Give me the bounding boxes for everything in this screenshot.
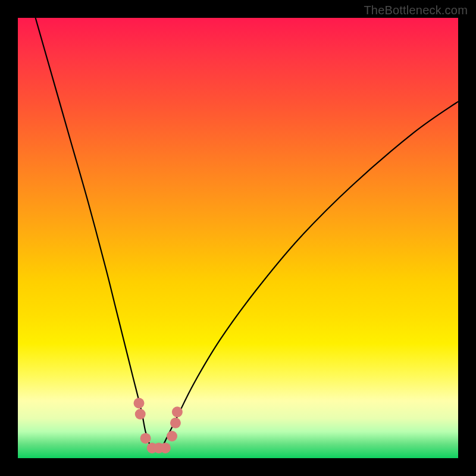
data-marker [172, 406, 183, 417]
marker-group [134, 398, 183, 453]
data-marker [160, 443, 171, 453]
data-marker [135, 409, 146, 419]
bottleneck-curve [36, 18, 458, 450]
data-marker [167, 431, 177, 441]
chart-svg [18, 18, 458, 458]
data-marker [134, 398, 145, 409]
chart-frame: TheBottleneck.com [0, 0, 476, 476]
data-marker [140, 433, 151, 444]
watermark-text: TheBottleneck.com [364, 4, 468, 17]
data-marker [170, 418, 181, 428]
plot-area [18, 18, 458, 458]
